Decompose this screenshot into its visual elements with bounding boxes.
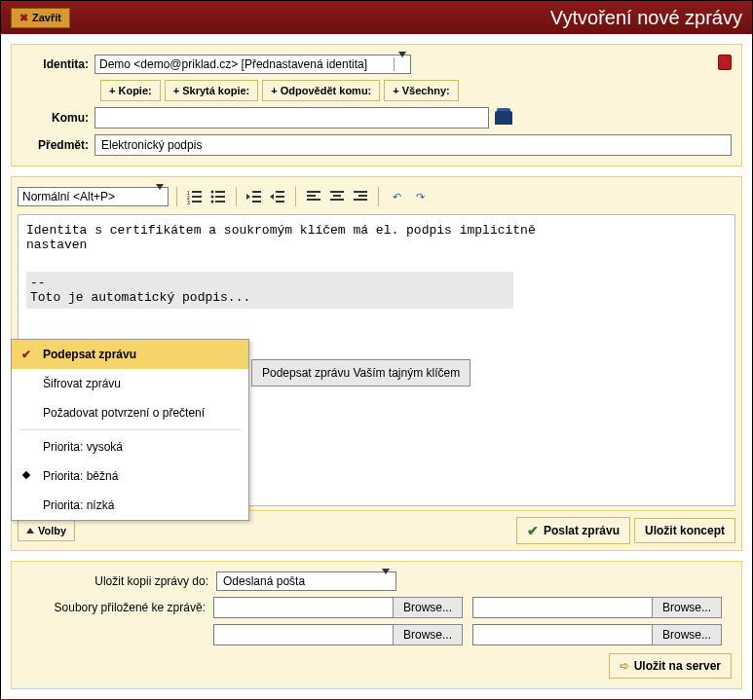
browse-button-4[interactable]: Browse... xyxy=(652,624,722,645)
chevron-down-icon xyxy=(394,57,406,71)
identity-select[interactable]: Demo <demo@priklad.cz> [Přednastavená id… xyxy=(94,55,411,74)
file-input-3[interactable] xyxy=(213,624,394,645)
svg-rect-22 xyxy=(333,195,341,197)
add-bcc-button[interactable]: + Skrytá kopie: xyxy=(165,80,259,101)
identity-label: Identita: xyxy=(21,57,94,71)
svg-rect-1 xyxy=(192,191,202,193)
options-menu: ✔ Podepsat zprávu Šifrovat zprávu Požado… xyxy=(11,339,249,521)
outdent-icon[interactable] xyxy=(245,187,264,206)
svg-rect-23 xyxy=(330,199,344,201)
chevron-down-icon xyxy=(156,190,164,203)
svg-rect-5 xyxy=(192,201,202,203)
check-icon: ✔ xyxy=(21,348,31,361)
file-input-2[interactable] xyxy=(472,597,653,618)
menu-sign-message[interactable]: ✔ Podepsat zprávu xyxy=(12,340,248,369)
menu-label: Priorita: běžná xyxy=(43,469,118,483)
format-value: Normální <Alt+P> xyxy=(22,190,115,203)
svg-rect-17 xyxy=(276,201,284,203)
save-folder-select[interactable]: Odeslaná pošta xyxy=(216,571,396,591)
menu-priority-normal[interactable]: Priorita: běžná xyxy=(12,461,248,491)
save-draft-button[interactable]: Uložit koncept xyxy=(634,518,735,543)
menu-priority-high[interactable]: Priorita: vysoká xyxy=(12,432,248,461)
attach-section: Uložit kopii zprávy do: Odeslaná pošta S… xyxy=(11,561,742,689)
window-header: ✖ Zavřít Vytvoření nové zprávy xyxy=(1,1,752,34)
undo-icon[interactable]: ↶ xyxy=(387,187,406,206)
send-label: Poslat zprávu xyxy=(544,524,620,537)
svg-rect-24 xyxy=(354,191,367,193)
signature-separator: -- xyxy=(30,276,509,290)
certificate-icon[interactable] xyxy=(718,55,732,70)
svg-point-8 xyxy=(211,196,214,199)
upload-server-button[interactable]: ➪ Uložit na server xyxy=(609,653,732,679)
file-input-1[interactable] xyxy=(213,597,394,618)
close-label: Zavřít xyxy=(32,12,61,23)
chevron-down-icon xyxy=(382,574,390,588)
redo-icon[interactable]: ↷ xyxy=(410,187,430,206)
attachments-label: Soubory přiložené ke zprávě: xyxy=(21,601,213,614)
chevron-up-icon xyxy=(26,528,34,534)
menu-encrypt-message[interactable]: Šifrovat zprávu xyxy=(12,369,248,398)
svg-rect-11 xyxy=(215,201,225,203)
body-line: Identita s certifikátem a soukromým klíč… xyxy=(26,223,727,238)
svg-rect-7 xyxy=(215,191,225,193)
align-right-icon[interactable] xyxy=(351,187,370,206)
browse-button-2[interactable]: Browse... xyxy=(652,597,722,618)
check-icon: ✔ xyxy=(527,523,539,538)
menu-label: Šifrovat zprávu xyxy=(43,377,121,390)
svg-point-10 xyxy=(211,201,214,203)
svg-rect-15 xyxy=(276,191,284,193)
add-replyto-button[interactable]: + Odpovědět komu: xyxy=(262,80,380,101)
window-title: Vytvoření nové zprávy xyxy=(70,7,742,29)
browse-button-1[interactable]: Browse... xyxy=(393,597,463,618)
svg-rect-9 xyxy=(215,196,225,198)
svg-rect-25 xyxy=(358,195,367,197)
tooltip: Podepsat zprávu Vaším tajným klíčem xyxy=(251,359,471,387)
folder-value: Odeslaná pošta xyxy=(223,574,305,588)
save-draft-label: Uložit koncept xyxy=(645,524,725,537)
svg-rect-16 xyxy=(276,196,284,198)
svg-rect-19 xyxy=(307,195,316,197)
svg-rect-14 xyxy=(252,201,261,203)
editor-section: Normální <Alt+P> 123 ↶ ↷ Identit xyxy=(11,176,742,551)
align-center-icon[interactable] xyxy=(327,187,347,206)
menu-label: Požadovat potvrzení o přečtení xyxy=(43,406,205,420)
menu-priority-low[interactable]: Priorita: nízká xyxy=(12,491,248,520)
signature-block: -- Toto je automatický podpis... xyxy=(26,272,513,309)
identity-value: Demo <demo@priklad.cz> [Přednastavená id… xyxy=(99,57,367,71)
add-all-button[interactable]: + Všechny: xyxy=(384,80,458,101)
ordered-list-icon[interactable]: 123 xyxy=(185,187,205,206)
body-line: nastaven xyxy=(26,238,727,252)
subject-label: Předmět: xyxy=(21,138,94,152)
close-icon: ✖ xyxy=(19,12,28,24)
svg-rect-13 xyxy=(252,196,261,198)
upload-label: Uložit na server xyxy=(634,659,721,673)
format-select[interactable]: Normální <Alt+P> xyxy=(18,187,169,206)
menu-label: Priorita: nízká xyxy=(43,498,114,512)
file-input-4[interactable] xyxy=(472,624,653,645)
send-button[interactable]: ✔ Poslat zprávu xyxy=(516,517,630,544)
addressbook-icon[interactable] xyxy=(495,111,512,125)
unordered-list-icon[interactable] xyxy=(208,187,228,206)
options-label: Volby xyxy=(38,525,66,536)
to-input[interactable] xyxy=(94,107,489,129)
save-copy-label: Uložit kopii zprávy do: xyxy=(21,574,216,588)
compose-header-section: Identita: Demo <demo@priklad.cz> [Předna… xyxy=(11,44,742,166)
menu-label: Priorita: vysoká xyxy=(43,440,123,454)
to-label: Komu: xyxy=(21,111,94,125)
svg-rect-20 xyxy=(307,199,320,201)
arrow-right-icon: ➪ xyxy=(620,659,629,673)
svg-rect-12 xyxy=(252,191,261,193)
subject-input[interactable] xyxy=(94,134,732,156)
close-button[interactable]: ✖ Zavřít xyxy=(11,8,70,28)
options-button[interactable]: Volby xyxy=(18,520,75,541)
svg-rect-3 xyxy=(192,196,202,198)
align-left-icon[interactable] xyxy=(304,187,323,206)
svg-rect-21 xyxy=(330,191,344,193)
svg-text:3: 3 xyxy=(187,200,190,204)
menu-label: Podepsat zprávu xyxy=(43,348,136,361)
svg-rect-26 xyxy=(354,199,367,201)
indent-icon[interactable] xyxy=(268,187,287,206)
add-cc-button[interactable]: + Kopie: xyxy=(100,80,161,101)
menu-read-receipt[interactable]: Požadovat potvrzení o přečtení xyxy=(12,398,248,427)
browse-button-3[interactable]: Browse... xyxy=(393,624,463,645)
